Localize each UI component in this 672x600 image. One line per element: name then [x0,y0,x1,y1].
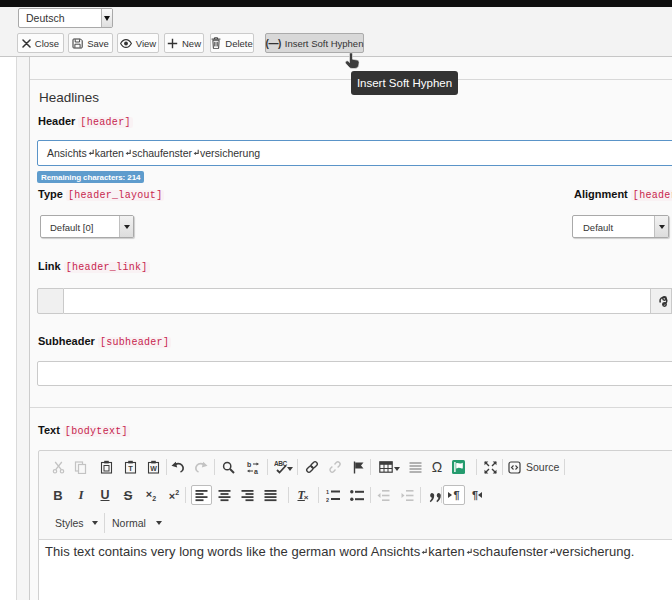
svg-text:W: W [150,465,157,472]
svg-text:T: T [128,464,133,473]
svg-text:b: b [247,461,251,468]
svg-text:1: 1 [326,489,329,495]
svg-text:2: 2 [326,496,329,502]
svg-text:a: a [254,467,258,474]
